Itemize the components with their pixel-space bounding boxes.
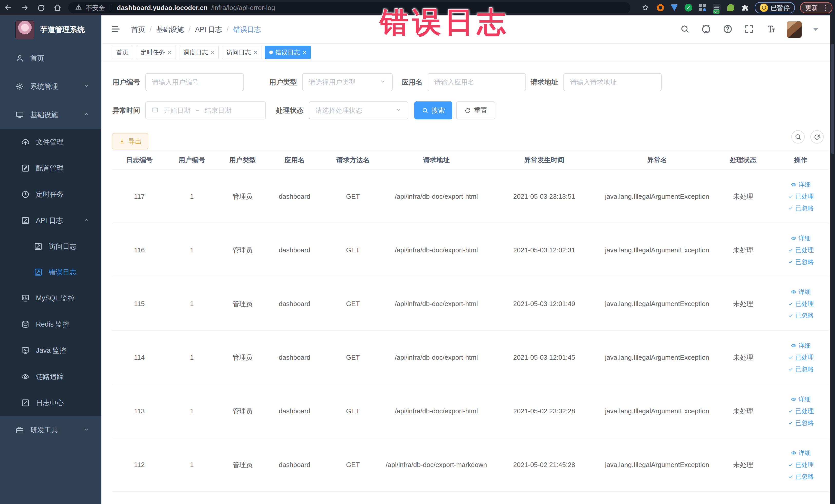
table-body: 1171管理员dashboardGET/api/infra/db-doc/exp… (112, 170, 829, 492)
bookmark-star-icon[interactable] (637, 0, 653, 15)
sidebar-item-4[interactable]: 配置管理 (0, 155, 101, 181)
sidebar-item-0[interactable]: 首页 (0, 44, 101, 73)
action-processed-link[interactable]: 已处理 (788, 300, 814, 308)
check-icon (788, 194, 793, 199)
sidebar-item-11[interactable]: Java 监控 (0, 337, 101, 364)
back-icon[interactable] (0, 0, 16, 15)
extension-check-icon[interactable]: ✓ (685, 4, 692, 12)
action-detail-link[interactable]: 详细 (791, 288, 811, 296)
filter-app-name: 应用名 (395, 73, 526, 91)
browser-profile-button[interactable]: 已暂停 (755, 2, 795, 13)
action-ignored-link[interactable]: 已忽略 (788, 419, 814, 427)
action-ignored-link[interactable]: 已忽略 (788, 258, 814, 266)
sidebar-item-7[interactable]: 访问日志 (0, 234, 101, 259)
toggle-search-icon[interactable] (791, 130, 805, 143)
reload-icon[interactable] (33, 0, 49, 15)
search-icon[interactable] (680, 24, 690, 35)
action-detail-link[interactable]: 详细 (791, 341, 811, 350)
sidebar-item-12[interactable]: 链路追踪 (0, 364, 101, 390)
app-logo[interactable]: 芋道管理系统 (0, 15, 101, 44)
user-avatar[interactable] (787, 21, 802, 38)
sidebar-item-9[interactable]: MySQL 监控 (0, 285, 101, 311)
address-bar[interactable]: 不安全 dashboard.yudao.iocoder.cn/infra/log… (68, 2, 630, 13)
extensions-puzzle-icon[interactable] (741, 4, 749, 12)
hamburger-icon[interactable] (110, 24, 121, 35)
tab-item-0[interactable]: 首页 (112, 46, 133, 59)
tab-item-4[interactable]: 错误日志× (265, 46, 311, 59)
cell-user-type: 管理员 (217, 170, 268, 223)
forward-icon[interactable] (16, 0, 33, 15)
app-name-input[interactable] (428, 73, 526, 91)
action-processed-link[interactable]: 已处理 (788, 407, 814, 415)
table-row: 1161管理员dashboardGET/api/infra/db-doc/exp… (112, 223, 829, 277)
process-status-select[interactable]: 请选择处理状态 (309, 101, 408, 119)
help-icon[interactable] (722, 24, 733, 35)
sidebar-item-13[interactable]: 日志中心 (0, 390, 101, 416)
sidebar-item-5[interactable]: 定时任务 (0, 181, 101, 207)
breadcrumb-item-0[interactable]: 首页 (131, 25, 145, 34)
action-ignored-link[interactable]: 已忽略 (788, 365, 814, 373)
tab-item-3[interactable]: 访问日志× (222, 46, 262, 59)
sidebar-item-label: 错误日志 (49, 267, 77, 277)
monitor-icon (15, 110, 24, 119)
sidebar-item-14[interactable]: 研发工具 (0, 416, 101, 444)
font-size-icon[interactable] (765, 24, 775, 35)
sidebar-item-2[interactable]: 基础设施 (0, 101, 101, 129)
user-id-input[interactable] (145, 73, 244, 91)
fullscreen-icon[interactable] (744, 24, 754, 35)
tab-item-2[interactable]: 调度日志× (179, 46, 219, 59)
browser-menu-icon[interactable]: ⋮ (822, 4, 829, 12)
action-processed-link[interactable]: 已处理 (788, 461, 814, 469)
sidebar-item-10[interactable]: Redis 监控 (0, 311, 101, 337)
user-type-select[interactable]: 请选择用户类型 (302, 73, 393, 91)
check-icon (788, 313, 793, 318)
breadcrumb-item-1[interactable]: 基础设施 (156, 25, 184, 34)
action-processed-link[interactable]: 已处理 (788, 192, 814, 201)
reset-button[interactable]: 重置 (456, 101, 495, 119)
tab-item-1[interactable]: 定时任务× (136, 46, 176, 59)
browser-scrollbar[interactable] (830, 15, 835, 504)
cell-status: 未处理 (714, 331, 773, 384)
extension-shield-icon[interactable] (671, 4, 678, 11)
action-processed-link[interactable]: 已处理 (788, 353, 814, 362)
search-button[interactable]: 搜索 (414, 101, 452, 119)
sidebar-item-6[interactable]: API 日志 (0, 207, 101, 234)
table-row: 1151管理员dashboardGET/api/infra/db-doc/exp… (112, 277, 829, 331)
tab-close-icon[interactable]: × (168, 49, 171, 56)
browser-update-button[interactable]: 更新 ⋮ (800, 2, 832, 13)
action-detail-link[interactable]: 详细 (791, 181, 811, 189)
home-nav-icon[interactable] (49, 0, 66, 15)
action-ignored-link[interactable]: 已忽略 (788, 204, 814, 212)
breadcrumb-item-3: 错误日志 (233, 25, 261, 34)
request-url-input[interactable] (564, 73, 662, 91)
action-detail-link[interactable]: 详细 (791, 395, 811, 403)
date-range-picker[interactable]: 开始日期 ~ 结束日期 (145, 101, 266, 119)
sidebar-item-3[interactable]: 文件管理 (0, 129, 101, 155)
extension-grid-icon[interactable] (699, 4, 706, 11)
github-icon[interactable] (701, 24, 711, 35)
cell-user-id: 1 (167, 331, 217, 384)
breadcrumb-item-2[interactable]: API 日志 (195, 25, 222, 34)
action-ignored-link[interactable]: 已忽略 (788, 472, 814, 481)
sidebar-item-1[interactable]: 系统管理 (0, 73, 101, 101)
action-detail-link[interactable]: 详细 (791, 234, 811, 242)
tab-close-icon[interactable]: × (253, 49, 257, 56)
column-header-6: 异常发生时间 (488, 150, 600, 169)
breadcrumb-separator: / (227, 25, 229, 33)
tab-close-icon[interactable]: × (303, 49, 306, 56)
extension-orange-icon[interactable] (657, 4, 664, 11)
extension-adblock-icon[interactable]: on (713, 4, 720, 12)
action-ignored-link[interactable]: 已忽略 (788, 311, 814, 320)
action-detail-link[interactable]: 详细 (791, 449, 811, 457)
cell-user-id: 1 (167, 277, 217, 330)
extension-leaf-icon[interactable] (727, 4, 734, 11)
scrollbar-thumb[interactable] (831, 44, 834, 154)
sidebar-item-8[interactable]: 错误日志 (0, 259, 101, 285)
export-button[interactable]: 导出 (112, 133, 148, 149)
action-processed-link[interactable]: 已处理 (788, 246, 814, 254)
avatar-caret-icon[interactable] (813, 28, 819, 31)
tab-close-icon[interactable]: × (210, 49, 214, 56)
cell-user-type: 管理员 (217, 331, 268, 384)
refresh-table-icon[interactable] (810, 130, 824, 143)
cell-status: 未处理 (714, 384, 773, 438)
